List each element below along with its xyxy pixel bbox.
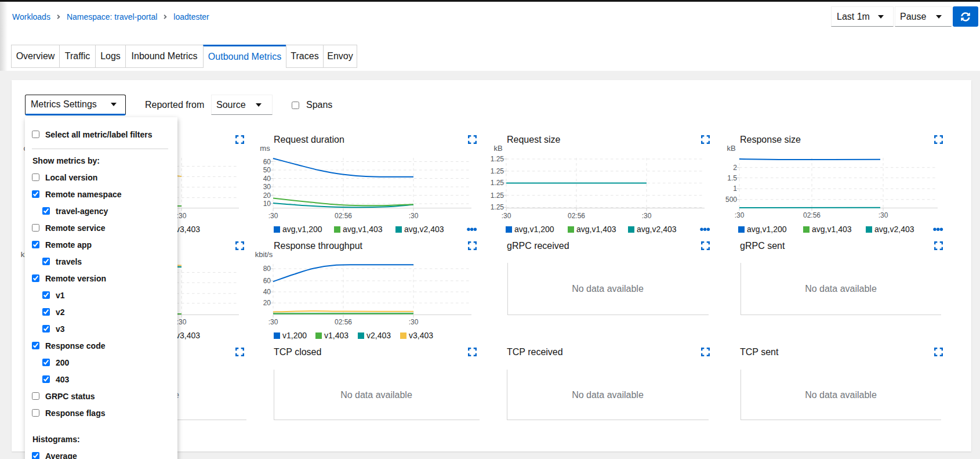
svg-text:20: 20 [263,191,271,200]
svg-text:30: 30 [263,183,271,191]
svg-text::30: :30 [268,318,278,326]
svg-text:1.25: 1.25 [491,191,504,200]
svg-text:02:56: 02:56 [335,318,352,326]
svg-text::30: :30 [735,211,745,219]
svg-text:500: 500 [725,196,737,204]
svg-text:1.25: 1.25 [491,203,504,211]
svg-text::30: :30 [409,318,419,326]
svg-text:1.25: 1.25 [491,155,504,163]
svg-text::30: :30 [502,212,511,220]
svg-text::30: :30 [879,211,888,219]
svg-text:2: 2 [733,164,737,172]
svg-text:1: 1 [733,185,737,193]
svg-text:1.25: 1.25 [491,167,504,175]
svg-text:1.5: 1.5 [727,174,737,182]
svg-text::30: :30 [177,318,187,326]
svg-text:10: 10 [263,200,271,208]
svg-text:50: 50 [263,166,271,174]
svg-text:1.25: 1.25 [491,179,504,187]
svg-text:02:56: 02:56 [335,212,352,220]
svg-text:kB: kB [493,144,502,153]
svg-text:ms: ms [260,144,270,153]
svg-text::30: :30 [642,212,652,220]
svg-text:02:56: 02:56 [568,212,585,220]
svg-text::30: :30 [177,212,187,220]
svg-text:kbit/s: kbit/s [255,250,273,259]
svg-text:kB: kB [727,144,735,153]
svg-text:60: 60 [263,277,271,285]
svg-text:80: 80 [263,265,271,273]
svg-text:40: 40 [263,175,271,183]
svg-text:60: 60 [263,158,271,166]
svg-text:40: 40 [263,288,271,296]
svg-text:02:56: 02:56 [803,211,821,219]
svg-text::30: :30 [268,212,278,220]
svg-text::30: :30 [409,212,419,220]
svg-text:20: 20 [263,299,271,307]
